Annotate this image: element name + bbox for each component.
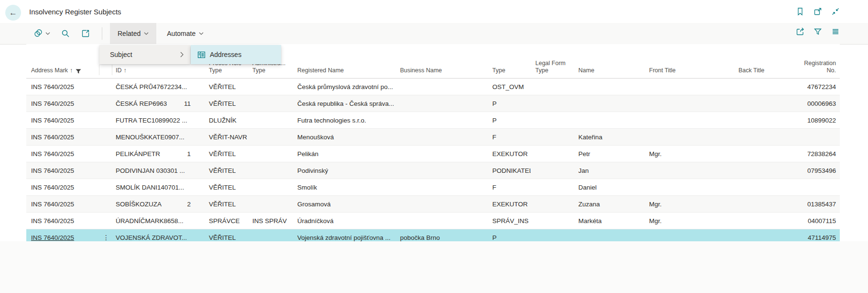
table-body: INS 7640/2025⋮ČESKÁ PRŮ47672234...VĚŘITE… [26,79,840,246]
cell-proces-role-type: VĚŘITEL [203,167,249,174]
address-mark-link[interactable]: INS 7640/2025 [31,100,74,107]
cell-type: PODNIKATEL [488,167,531,174]
cell-id: ČESKÁ REP696311 [112,100,203,107]
cell-name: Daniel [574,184,644,191]
table-row[interactable]: INS 7640/2025⋮ČESKÁ REP696311VĚŘITELČesk… [26,95,840,112]
cell-address-mark: INS 7640/2025⋮ [26,217,112,225]
id-text: ČESKÁ REP6963 [116,100,167,107]
column-header-legal-form-type[interactable]: Legal Form Type [531,44,574,78]
cell-type: P [488,100,531,107]
cell-name: Kateřina [574,134,644,141]
address-mark-link[interactable]: INS 7640/2025 [31,234,74,241]
address-mark-link[interactable]: INS 7640/2025 [31,184,74,191]
id-text: FUTRA TEC10899022 ... [116,117,187,124]
cell-registration-no: 01385437 [803,201,840,208]
automate-menu-label: Automate [167,30,195,37]
table-row[interactable]: INS 7640/2025⋮ÚRADNÍČMARK8658...SPRÁVCEI… [26,213,840,229]
cell-name: Markéta [574,217,644,225]
row-context-menu-icon[interactable]: ⋮ [103,234,110,241]
address-mark-link[interactable]: INS 7640/2025 [31,134,74,141]
cell-id: ČESKÁ PRŮ47672234... [112,83,203,90]
table-row[interactable]: INS 7640/2025⋮ČESKÁ PRŮ47672234...VĚŘITE… [26,79,840,95]
cell-proces-role-type: VĚŘITEL [203,100,249,107]
table-row[interactable]: INS 7640/2025⋮PELIKÁNPETR1VĚŘITELPelikán… [26,146,840,162]
analyze-icon[interactable] [77,26,94,41]
open-in-new-window-icon[interactable] [813,6,823,17]
address-mark-link[interactable]: INS 7640/2025 [31,167,74,174]
cell-name: Jan [574,167,644,174]
address-mark-link[interactable]: INS 7640/2025 [31,117,74,124]
cell-registered-name: Česká průmyslová zdravotní po... [293,83,395,90]
table-row[interactable]: INS 7640/2025⋮FUTRA TEC10899022 ...DLUŽN… [26,112,840,129]
cell-business-name: pobočka Brno [395,234,488,241]
cell-registration-no: 10899022 [803,117,840,124]
menu-item-addresses[interactable]: Addresses [191,45,281,64]
cell-address-mark: INS 7640/2025⋮ [26,134,112,141]
address-mark-link[interactable]: INS 7640/2025 [31,150,74,158]
id-text: SMOLÍK DANI140701... [116,184,184,191]
cell-proces-role-type: SPRÁVCE [203,217,249,225]
cell-proces-role-type: VĚŘITEL [203,201,249,208]
cell-front-title: Mgr. [644,150,734,158]
cell-registered-name: Menoušková [293,134,395,141]
subject-menu-label: Subject [110,51,132,58]
cell-proces-role-type: VĚŘITEL [203,234,249,241]
list-options-icon[interactable] [830,26,841,37]
cell-registration-no: 04007115 [803,217,840,225]
cell-registered-name: Grosamová [293,201,395,208]
cell-type: P [488,117,531,124]
address-mark-link[interactable]: INS 7640/2025 [31,83,74,90]
cell-id: SOBÍŠKOZUZA2 [112,201,203,208]
column-header-front-title[interactable]: Front Title [644,44,734,78]
cell-id: PODIVINJAN 030301 ... [112,167,203,174]
cell-name: Petr [574,150,644,158]
automate-menu-button[interactable]: Automate [159,23,211,44]
related-menu-label: Related [118,30,141,37]
table-row[interactable]: INS 7640/2025⋮SOBÍŠKOZUZA2VĚŘITELGrosamo… [26,196,840,213]
action-toolbar: Related Automate [0,23,868,45]
address-mark-link[interactable]: INS 7640/2025 [31,217,74,225]
empty-area [0,241,868,293]
column-header-back-title[interactable]: Back Title [734,44,803,78]
cell-proces-role-type: VĚŘITEL [203,83,249,90]
search-icon[interactable] [57,26,74,41]
cell-registration-no: 47114975 [803,234,840,241]
toolbar-divider [102,27,102,40]
bookmark-icon[interactable] [795,6,805,17]
share-icon[interactable] [795,26,805,37]
column-header-name[interactable]: Name [574,44,644,78]
cell-type: P [488,234,531,241]
column-header-registered-name[interactable]: Registered Name [293,44,395,78]
related-entries-icon[interactable] [30,26,54,41]
filter-icon[interactable] [813,26,823,37]
cell-registered-name: Vojenská zdravotní pojišťovna ... [293,234,395,241]
collapse-icon[interactable] [830,6,841,17]
cell-address-mark: INS 7640/2025⋮ [26,167,112,174]
related-menu-button[interactable]: Related [110,23,156,44]
table-row[interactable]: INS 7640/2025⋮MENOUŠKKATE0907...VĚŘIT-NA… [26,129,840,146]
address-mark-link[interactable]: INS 7640/2025 [31,201,74,208]
cell-registered-name: Pelikán [293,150,395,158]
cell-address-mark: INS 7640/2025⋮ [26,150,112,158]
cell-address-mark: INS 7640/2025⋮ [26,234,112,241]
id-text: VOJENSKÁ ZDRAVOT... [116,234,187,241]
subjects-table: Address Mark ↑ ID ↑ Proces Role Type Adm… [26,44,840,246]
column-header-business-name[interactable]: Business Name [395,44,488,78]
column-header-type[interactable]: Type [488,44,531,78]
back-button[interactable]: ← [5,5,21,21]
table-row[interactable]: INS 7640/2025⋮SMOLÍK DANI140701...VĚŘITE… [26,179,840,196]
id-text: MENOUŠKKATE0907... [116,134,184,141]
cell-type: EXEKUTOR [488,150,531,158]
addresses-menu-label: Addresses [210,51,241,58]
cell-type: EXEKUTOR [488,201,531,208]
table-row[interactable]: INS 7640/2025⋮PODIVINJAN 030301 ...VĚŘIT… [26,162,840,179]
cell-proces-role-type: VĚŘITEL [203,150,249,158]
addresses-icon [197,51,206,59]
cell-address-mark: INS 7640/2025⋮ [26,201,112,208]
cell-type: OST_OVM [488,83,531,90]
column-header-registration-no[interactable]: Registration No. [803,44,840,78]
menu-item-subject[interactable]: Subject [99,45,190,64]
id-number: 11 [184,100,201,107]
id-text: PELIKÁNPETR [116,150,160,158]
cell-id: VOJENSKÁ ZDRAVOT... [112,234,203,241]
